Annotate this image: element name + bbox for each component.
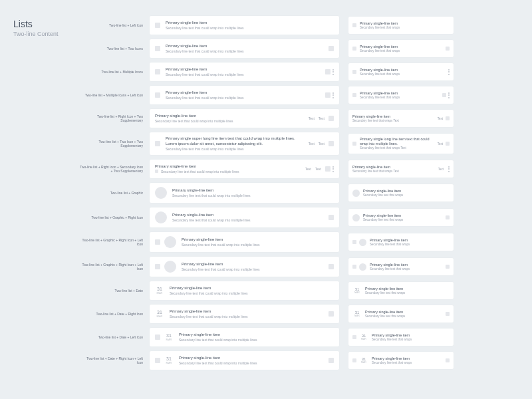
list-item[interactable]: Primary single-line item Secondary line … [150, 207, 339, 227]
primary-text: Primary single-line item [372, 333, 446, 338]
secondary-text: Secondary line text that could wrap into… [179, 338, 329, 342]
secondary-text: Secondary line test that wraps [360, 72, 443, 76]
date-badge: 31MAR [155, 310, 164, 318]
list-item[interactable]: 31MAR Primary single-line item Secondary… [150, 305, 339, 323]
list-item[interactable]: Primary single-line item Secondary line … [348, 86, 454, 104]
primary-text: Primary single-line item [170, 286, 329, 291]
more-icon[interactable] [332, 92, 334, 98]
list-item[interactable]: Primary single-line item Secondary line … [150, 232, 339, 252]
primary-text: Primary single-line item [179, 356, 323, 361]
right-icon[interactable] [329, 215, 334, 220]
right-icon[interactable] [329, 46, 334, 51]
list-item[interactable]: Primary single-line item Secondary line … [150, 39, 339, 58]
right-icon[interactable] [329, 358, 334, 363]
list-item[interactable]: Primary single-line item Secondary line … [348, 110, 454, 127]
more-icon[interactable] [448, 69, 450, 75]
right-icon[interactable] [329, 311, 334, 317]
left-icon [155, 46, 160, 51]
variant-label: Two-line list + Multiple Icons [80, 70, 150, 74]
list-item[interactable]: 31MAR Primary single-line item Secondary… [348, 329, 454, 346]
more-icon[interactable] [332, 166, 334, 172]
list-item[interactable]: Primary single-line item Secondary line … [150, 86, 339, 104]
list-item[interactable]: 31MAR Primary single-line item Secondary… [150, 351, 339, 370]
right-icon[interactable] [329, 141, 334, 146]
left-icon [352, 335, 356, 339]
secondary-text: Secondary line text that could wrap into… [182, 267, 323, 272]
variant-label: Two-line list + Right Icon + Secondary I… [80, 165, 150, 174]
right-icon[interactable] [325, 166, 331, 172]
list-item[interactable]: Primary single super long line item text… [150, 132, 339, 155]
list-item[interactable]: Primary single-line item Secondary line … [348, 258, 454, 275]
list-item[interactable]: 31MAR Primary single-line item Secondary… [150, 281, 339, 300]
primary-text: Primary single-line item [170, 309, 323, 315]
secondary-text: Secondary line test that wraps [372, 338, 446, 342]
list-item[interactable]: Primary single-line item Secondary line … [348, 160, 454, 178]
variant-label: Two-line list + Graphic + Right Icon [80, 215, 150, 220]
list-item[interactable]: 31MAR Primary single-line item Secondary… [348, 352, 454, 369]
primary-text: Primary single-line item [360, 21, 446, 26]
list-item[interactable]: Primary single long line item text that … [348, 134, 454, 154]
secondary-text: Secondary line text that could wrap into… [182, 243, 329, 247]
secondary-text: Secondary line text that could wrap into… [166, 96, 320, 100]
secondary-text: Secondary line text that could wrap into… [170, 315, 323, 319]
more-icon[interactable] [448, 92, 450, 98]
right-icon[interactable] [446, 116, 450, 120]
primary-text: Primary single-line item [363, 213, 442, 218]
list-item[interactable]: 31MAR Primary single-line item Secondary… [150, 328, 339, 346]
variant-label: Two-line list + Date + Left Icon [80, 335, 150, 340]
left-icon [352, 240, 356, 244]
right-icon[interactable] [446, 265, 450, 269]
variant-label: Two-line list + Date + Right Icon [80, 312, 150, 317]
list-item[interactable]: Primary single-line item Secondary line … [150, 63, 339, 81]
list-item[interactable]: Primary single-line item Secondary line … [150, 183, 339, 203]
date-badge: 31MAR [359, 357, 368, 364]
secondary-text: Secondary line test that wraps [363, 194, 446, 198]
graphic-icon [155, 187, 167, 199]
right-icon[interactable] [329, 264, 334, 269]
left-icon [155, 23, 160, 28]
right-icon[interactable] [325, 69, 331, 74]
list-item[interactable]: Primary single-line item Secondary line … [348, 184, 454, 201]
variant-label: Two-line list + Date [80, 289, 150, 293]
more-icon[interactable] [332, 69, 334, 75]
variant-row: Two-line list + Date + Right Icon + Left… [80, 351, 519, 370]
primary-text: Primary single-line item [370, 238, 446, 243]
secondary-text: Secondary line test that wraps [363, 218, 442, 222]
right-icon[interactable] [329, 116, 334, 121]
right-icon[interactable] [446, 358, 450, 362]
right-icon[interactable] [446, 215, 450, 219]
right-icon[interactable] [442, 93, 446, 97]
list-item[interactable]: Primary single-line item Secondary line … [150, 257, 339, 277]
date-badge: 31MAR [155, 287, 164, 295]
list-item[interactable]: Primary single-line item Secondary line … [150, 109, 339, 128]
date-badge: 31MAR [352, 311, 362, 317]
list-item[interactable]: Primary single-line item Secondary line … [150, 16, 339, 35]
variant-label: Two-line list + Date + Right Icon + Left… [80, 356, 150, 365]
supplementary-text: Text [315, 167, 321, 171]
graphic-icon [164, 261, 176, 273]
list-item[interactable]: 31MAR Primary single-line item Secondary… [348, 305, 454, 323]
more-icon[interactable] [448, 166, 450, 172]
list-item[interactable]: Primary single-line item Secondary line … [348, 17, 454, 34]
list-item[interactable]: Primary single-line item Secondary line … [348, 233, 454, 251]
graphic-icon [155, 211, 167, 223]
variant-row: Two-line list + Graphic + Right Icon + L… [80, 257, 519, 277]
right-icon[interactable] [446, 312, 450, 316]
left-icon [352, 70, 356, 74]
primary-text: Primary single-line item [360, 45, 442, 49]
list-item[interactable]: Primary single-line item Secondary line … [348, 209, 454, 226]
right-icon[interactable] [446, 47, 450, 51]
secondary-text: Secondary line test that wraps [365, 291, 446, 295]
left-icon [352, 358, 356, 362]
right-icon[interactable] [446, 142, 450, 146]
variant-row: Two-line list + Multiple Icons + Left Ic… [80, 86, 519, 104]
list-item[interactable]: Primary single-line item Secondary line … [150, 160, 339, 178]
left-icon [155, 358, 160, 363]
secondary-text: Secondary line text that could wrap into… [172, 194, 329, 198]
list-item[interactable]: Primary single-line item Secondary line … [348, 63, 454, 80]
secondary-text: Secondary line test that wraps [360, 26, 446, 30]
right-icon[interactable] [325, 92, 331, 98]
list-item[interactable]: 31MAR Primary single-line item Secondary… [348, 282, 454, 299]
list-item[interactable]: Primary single-line item Secondary line … [348, 40, 454, 57]
primary-text: Primary single-line item [372, 356, 442, 361]
